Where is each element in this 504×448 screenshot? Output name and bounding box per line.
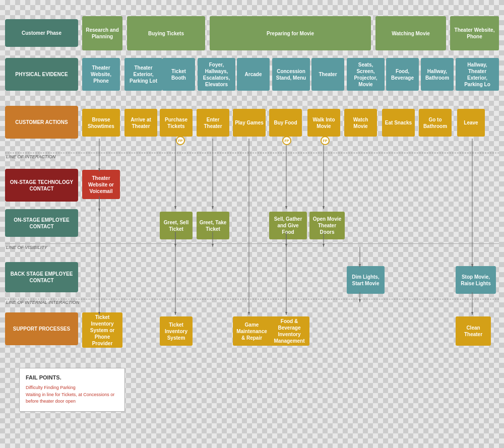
phase-watching: Watching Movie [375,16,446,50]
fail-point-3: FP [321,136,330,145]
fail-points-box: FAIL POINTS. Difficulty Finding Parking … [19,368,125,412]
ca-enter: Enter Theater [197,109,229,137]
line-of-visibility [5,243,499,244]
ca-bathroom: Go to Bathroom [419,109,452,137]
fail-point-2: FP [282,136,291,145]
pe-hallway: Hallway, Bathroom [421,58,454,91]
phase-buying: Buying Tickets [127,16,205,50]
sp-food-inventory: Food & Beverage Inventory Management [269,316,309,346]
backstage-employee-label: BACK STAGE EMPLOYEE CONTACT [5,262,78,292]
ca-food: Buy Food [269,109,302,137]
emp-greet-sell: Greet, Sell Ticket [160,212,193,239]
pe-exterior: Theater Exterior, Parking Lot [124,58,162,91]
physical-evidence-label: PHYSICAL EVIDENCE [5,58,78,91]
pe-theater: Theater [311,58,344,91]
pe-arcade: Arcade [237,58,270,91]
fail-point-1: FP [176,136,185,145]
tech-website: Theater Website or Voicemail [82,170,120,199]
ca-browse: Browse Showtimes [82,109,120,137]
ca-purchase: Purchase Tickets [160,109,193,137]
support-processes-label: SUPPORT PROCESSES [5,312,78,345]
ca-snacks: Eat Snacks [382,109,415,137]
sp-ticket-inventory-phone: Ticket Inventory System or Phone Provide… [82,312,122,348]
pe-foyer: Foyer, Hallways, Escalators, Elevators [198,58,235,91]
sp-ticket-inventory: Ticket Inventory System [160,316,193,346]
sp-clean: Clean Theater [456,316,491,346]
line-of-interaction [5,153,499,153]
pe-hallway2: Hallway, Theater Exterior, Parking Lo [456,58,499,91]
fail-points-title: FAIL POINTS. [26,374,118,380]
fail-point-item-2: Waiting in line for Tickets, at Concessi… [26,392,118,405]
pe-website: Theater Website, Phone [82,58,120,91]
emp-sell-food: Sell, Gather and Give Food [269,212,307,239]
pe-ticket-booth: Ticket Booth [162,58,195,91]
ca-arrive: Arrive at Theater [124,109,157,137]
line-internal-interaction [5,299,499,299]
pe-concession: Concession Stand, Menu [272,58,310,91]
emp-greet-take: Greet, Take Ticket [197,212,229,239]
onstage-employee-label: ON-STAGE EMPLOYEE CONTACT [5,209,78,237]
ca-leave: Leave [457,109,485,137]
line-interaction-label: LINE OF INTERACTION [6,154,55,159]
line-visibility-label: LINE OF VISIBILITY [6,245,47,250]
bs-dim-lights: Dim Lights, Start Movie [347,266,385,294]
ca-watch: Watch Movie [344,109,377,137]
pe-food: Food, Beverage [386,58,419,91]
phase-research: Research and Planning [82,16,122,50]
ca-games: Play Games [233,109,266,137]
phase-preparing: Preparing for Movie [210,16,371,50]
diagram-container: Customer Phase Research and Planning Buy… [0,0,504,10]
phase-website: Theater Website, Phone [450,16,499,50]
fail-point-item-1: Difficulty Finding Parking [26,385,118,392]
bs-stop-movie: Stop Movie, Raise Lights [456,266,496,294]
sp-game-maintenance: Game Maintenance & Repair [233,316,271,346]
customer-phase-label: Customer Phase [5,19,78,47]
pe-seats: Seats, Screen, Projector, Movie [347,58,385,91]
line-internal-label: LINE OF INTERNAL INTERACTION [6,300,79,305]
emp-open-doors: Open Movie Theater Doors [309,212,345,239]
ca-walk: Walk Into Movie [307,109,340,137]
onstage-tech-label: ON-STAGE TECHNOLOGY CONTACT [5,169,78,202]
customer-actions-label: CUSTOMER ACTIONS [5,106,78,139]
